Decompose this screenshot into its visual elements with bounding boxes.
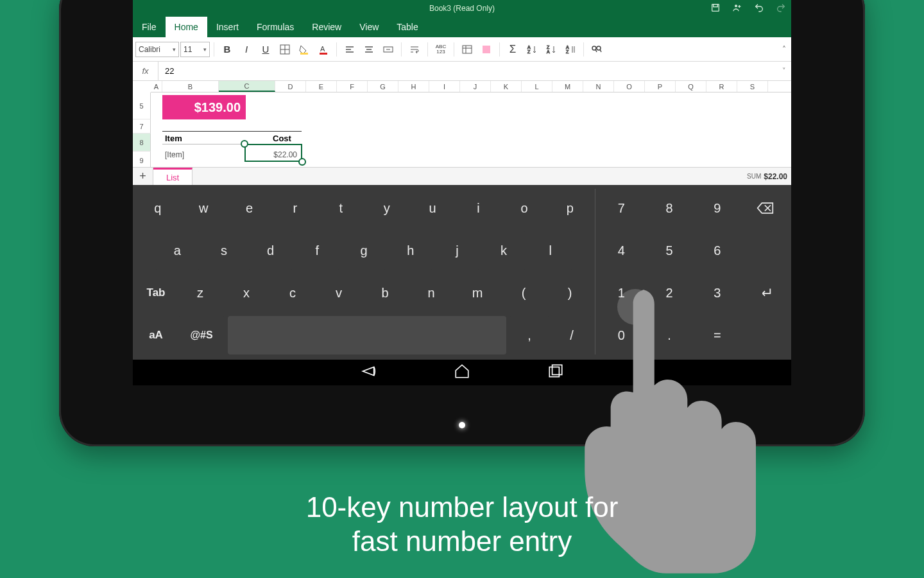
row-9[interactable]: 9 bbox=[133, 152, 151, 167]
col-H[interactable]: H bbox=[398, 81, 429, 92]
merge-button[interactable] bbox=[379, 40, 397, 58]
italic-button[interactable]: I bbox=[237, 40, 255, 58]
font-color-button[interactable]: A bbox=[314, 40, 332, 58]
key-5[interactable]: 5 bbox=[647, 231, 692, 270]
key-u[interactable]: u bbox=[411, 189, 453, 227]
col-J[interactable]: J bbox=[460, 81, 491, 92]
key-m[interactable]: m bbox=[456, 274, 499, 312]
fill-color-button[interactable] bbox=[295, 40, 313, 58]
key-7[interactable]: 7 bbox=[599, 189, 644, 227]
row-8[interactable]: 8 bbox=[133, 134, 151, 152]
col-O[interactable]: O bbox=[614, 81, 645, 92]
tab-review[interactable]: Review bbox=[303, 17, 350, 37]
undo-icon[interactable] bbox=[754, 3, 764, 15]
active-cell-outline[interactable] bbox=[244, 144, 302, 162]
cell-B7[interactable]: Item bbox=[165, 134, 182, 143]
key-9[interactable]: 9 bbox=[696, 189, 740, 227]
selection-handle-br[interactable] bbox=[298, 158, 306, 166]
key-3[interactable]: 3 bbox=[696, 274, 740, 312]
expand-formula-icon[interactable]: ˅ bbox=[782, 67, 786, 75]
key-l[interactable]: l bbox=[529, 231, 572, 270]
font-size-select[interactable]: 11▾ bbox=[180, 42, 210, 57]
key-6[interactable]: 6 bbox=[696, 231, 740, 270]
col-N[interactable]: N bbox=[583, 81, 614, 92]
autosum-button[interactable]: Σ bbox=[504, 40, 522, 58]
col-M[interactable]: M bbox=[552, 81, 583, 92]
bold-button[interactable]: B bbox=[218, 40, 236, 58]
table-style-button[interactable] bbox=[458, 40, 476, 58]
fx-label[interactable]: fx bbox=[133, 62, 158, 80]
key-enter[interactable] bbox=[743, 274, 787, 312]
key-slash[interactable]: / bbox=[552, 316, 591, 355]
key-equals[interactable]: = bbox=[696, 316, 740, 355]
key-8[interactable]: 8 bbox=[647, 189, 692, 227]
recents-icon[interactable] bbox=[547, 363, 564, 382]
tab-view[interactable]: View bbox=[350, 17, 388, 37]
key-k[interactable]: k bbox=[483, 231, 526, 270]
back-icon[interactable] bbox=[360, 363, 377, 382]
key-v[interactable]: v bbox=[318, 274, 360, 312]
key-c[interactable]: c bbox=[271, 274, 314, 312]
tab-insert[interactable]: Insert bbox=[207, 17, 248, 37]
col-Q[interactable]: Q bbox=[676, 81, 706, 92]
collapse-ribbon-icon[interactable]: ˄ bbox=[782, 45, 786, 54]
cell-C7[interactable]: Cost bbox=[273, 134, 291, 143]
key-paren-close[interactable]: ) bbox=[549, 274, 591, 312]
align-left-button[interactable] bbox=[341, 40, 359, 58]
selection-handle-tl[interactable] bbox=[241, 140, 248, 148]
key-x[interactable]: x bbox=[225, 274, 268, 312]
formula-input[interactable]: 22 bbox=[158, 66, 791, 76]
col-S[interactable]: S bbox=[737, 81, 768, 92]
borders-button[interactable] bbox=[276, 40, 294, 58]
spreadsheet-grid[interactable]: A B C D E F G H I J K L M N O P Q bbox=[133, 81, 791, 167]
sort-button[interactable]: AZ bbox=[561, 40, 579, 58]
tab-home[interactable]: Home bbox=[166, 17, 207, 37]
add-sheet-button[interactable]: + bbox=[133, 168, 153, 185]
key-t[interactable]: t bbox=[320, 189, 362, 227]
key-d[interactable]: d bbox=[249, 231, 292, 270]
row-7[interactable]: 7 bbox=[133, 119, 151, 134]
key-h[interactable]: h bbox=[389, 231, 432, 270]
key-space[interactable] bbox=[228, 316, 506, 355]
col-K[interactable]: K bbox=[491, 81, 522, 92]
key-o[interactable]: o bbox=[503, 189, 545, 227]
tab-formulas[interactable]: Formulas bbox=[248, 17, 303, 37]
key-symbols[interactable]: @#S bbox=[179, 316, 224, 355]
save-icon[interactable] bbox=[710, 3, 721, 15]
col-R[interactable]: R bbox=[706, 81, 737, 92]
col-I[interactable]: I bbox=[429, 81, 460, 92]
col-D[interactable]: D bbox=[275, 81, 306, 92]
underline-button[interactable]: U bbox=[257, 40, 275, 58]
key-q[interactable]: q bbox=[137, 189, 178, 227]
key-f[interactable]: f bbox=[296, 231, 339, 270]
col-L[interactable]: L bbox=[522, 81, 552, 92]
key-p[interactable]: p bbox=[549, 189, 591, 227]
key-4[interactable]: 4 bbox=[599, 231, 644, 270]
share-icon[interactable] bbox=[732, 3, 742, 15]
cells-area[interactable]: $139.00 Item Cost [Item] $22.00 [Item] $… bbox=[151, 92, 791, 167]
number-format-button[interactable]: ABC 123 bbox=[432, 40, 450, 58]
key-backspace[interactable] bbox=[743, 189, 787, 227]
key-r[interactable]: r bbox=[274, 189, 316, 227]
sheet-tab-list[interactable]: List bbox=[153, 168, 193, 185]
col-B[interactable]: B bbox=[162, 81, 219, 92]
tab-file[interactable]: File bbox=[133, 17, 166, 37]
sort-desc-button[interactable]: ZA bbox=[542, 40, 560, 58]
key-a[interactable]: a bbox=[156, 231, 199, 270]
key-b[interactable]: b bbox=[364, 274, 406, 312]
col-C[interactable]: C bbox=[219, 81, 275, 92]
key-tab[interactable]: Tab bbox=[137, 274, 175, 312]
col-E[interactable]: E bbox=[306, 81, 337, 92]
find-button[interactable] bbox=[588, 40, 606, 58]
row-5[interactable]: 5 bbox=[133, 92, 151, 119]
key-w[interactable]: w bbox=[182, 189, 224, 227]
key-e[interactable]: e bbox=[228, 189, 270, 227]
key-dot[interactable]: . bbox=[647, 316, 692, 355]
cell-B5[interactable]: $139.00 bbox=[162, 95, 246, 119]
col-P[interactable]: P bbox=[645, 81, 676, 92]
cell-style-button[interactable] bbox=[477, 40, 495, 58]
redo-icon[interactable] bbox=[776, 3, 786, 15]
key-g[interactable]: g bbox=[343, 231, 386, 270]
key-2[interactable]: 2 bbox=[647, 274, 692, 312]
tab-table[interactable]: Table bbox=[388, 17, 427, 37]
